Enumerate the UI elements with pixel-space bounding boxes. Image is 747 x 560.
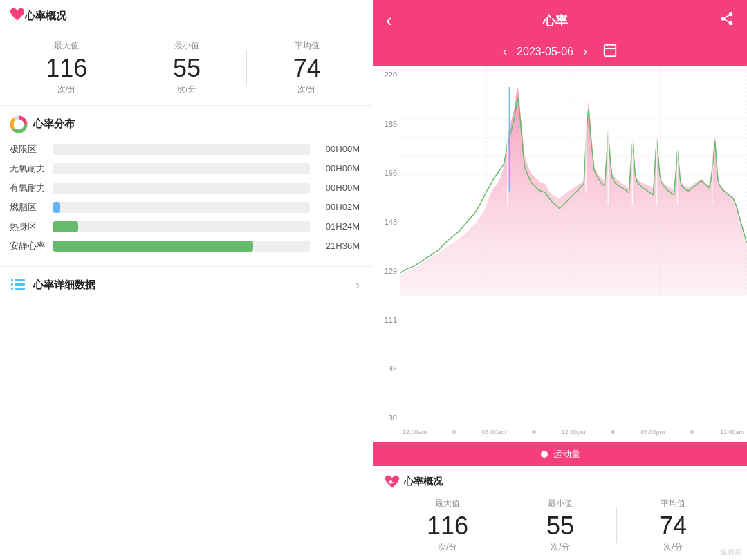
min-stat: 最小值 55 次/分 bbox=[127, 40, 247, 95]
next-date-button[interactable]: › bbox=[583, 44, 587, 59]
svg-line-15 bbox=[725, 15, 729, 18]
overview-title: 心率概况 bbox=[25, 10, 66, 23]
watermark: 值得买 bbox=[721, 548, 741, 557]
list-icon bbox=[10, 277, 28, 295]
y-166: 166 bbox=[374, 169, 400, 177]
bottom-min-unit: 次/分 bbox=[551, 541, 569, 553]
svg-rect-8 bbox=[15, 283, 25, 286]
dist-label: 安静心率 bbox=[10, 240, 53, 252]
x-dot-1 bbox=[452, 430, 456, 434]
avg-value: 74 bbox=[293, 55, 321, 82]
hr-detail-row[interactable]: 心率详细数据 › bbox=[0, 267, 374, 304]
y-185: 185 bbox=[374, 120, 400, 128]
legend-row: 运动量 bbox=[374, 442, 747, 466]
dist-bar-bg bbox=[53, 183, 310, 194]
x-dot-3 bbox=[611, 430, 615, 434]
prev-date-button[interactable]: ‹ bbox=[503, 44, 507, 59]
dist-row: 有氧耐力00H00M bbox=[10, 182, 360, 194]
bottom-avg-value: 74 bbox=[659, 512, 687, 540]
svg-rect-7 bbox=[11, 283, 13, 286]
max-stat: 最大值 116 次/分 bbox=[7, 40, 127, 95]
dist-bar-bg bbox=[53, 241, 310, 252]
bottom-max-value: 116 bbox=[427, 512, 468, 540]
x-axis: 12:00am 06:00am 12:00pm 06:00pm 12:00am bbox=[400, 422, 747, 442]
bottom-hr-header: 心率概况 bbox=[385, 474, 736, 489]
y-129: 129 bbox=[374, 267, 400, 275]
dist-label: 极限区 bbox=[10, 143, 53, 156]
x-6am: 06:00am bbox=[482, 429, 506, 436]
dist-time: 00H00M bbox=[318, 163, 360, 174]
bottom-min-stat: 最小值 55 次/分 bbox=[504, 498, 616, 553]
bottom-max-label: 最大值 bbox=[435, 498, 460, 510]
hr-overview-top: 心率概况 最大值 116 次/分 最小值 55 次/分 平均值 74 次/分 bbox=[0, 0, 374, 106]
dist-label: 有氧耐力 bbox=[10, 182, 53, 194]
y-30: 30 bbox=[374, 413, 400, 422]
bottom-avg-unit: 次/分 bbox=[663, 541, 682, 553]
nav-title: 心率 bbox=[392, 12, 719, 29]
svg-rect-5 bbox=[11, 279, 13, 281]
max-unit: 次/分 bbox=[57, 84, 76, 95]
x-12am-1: 12:00am bbox=[403, 429, 427, 436]
min-value: 55 bbox=[173, 55, 201, 82]
distribution-icon bbox=[10, 115, 28, 133]
dist-row: 热身区01H24M bbox=[10, 221, 360, 233]
svg-rect-16 bbox=[605, 45, 616, 57]
heart-icon bbox=[10, 7, 25, 25]
bottom-stats-row: 最大值 116 次/分 最小值 55 次/分 平均值 74 次/分 bbox=[385, 495, 736, 553]
svg-rect-9 bbox=[11, 288, 13, 290]
dist-time: 00H02M bbox=[318, 202, 360, 212]
hr-distribution: 心率分布 极限区00H00M无氧耐力00H00M有氧耐力00H00M燃脂区00H… bbox=[0, 106, 374, 267]
x-12am-2: 12:00am bbox=[720, 429, 744, 436]
dist-bar-bg bbox=[53, 163, 310, 174]
svg-point-4 bbox=[14, 120, 24, 129]
right-panel: ‹ 心率 ‹ 2023-05-06 › bbox=[374, 0, 747, 560]
date-display: 2023-05-06 bbox=[517, 46, 573, 58]
max-value: 116 bbox=[46, 55, 87, 82]
min-label: 最小值 bbox=[174, 40, 199, 52]
bottom-max-stat: 最大值 116 次/分 bbox=[391, 498, 504, 553]
bottom-min-value: 55 bbox=[546, 512, 574, 540]
back-icon[interactable]: ‹ bbox=[386, 10, 392, 31]
dist-bar-fill bbox=[53, 241, 253, 252]
bottom-avg-stat: 平均值 74 次/分 bbox=[617, 498, 729, 553]
min-unit: 次/分 bbox=[177, 84, 196, 95]
bottom-max-unit: 次/分 bbox=[438, 541, 456, 553]
y-220: 220 bbox=[374, 71, 400, 79]
y-148: 148 bbox=[374, 218, 400, 226]
dist-row: 安静心率21H36M bbox=[10, 240, 360, 252]
distribution-rows: 极限区00H00M无氧耐力00H00M有氧耐力00H00M燃脂区00H02M热身… bbox=[10, 143, 360, 252]
bottom-hr-overview: 心率概况 最大值 116 次/分 最小值 55 次/分 平均值 74 次/分 bbox=[374, 466, 747, 560]
svg-point-13 bbox=[729, 21, 733, 25]
heart-rate-svg bbox=[400, 66, 747, 302]
legend-dot bbox=[541, 451, 548, 458]
bottom-hr-title: 心率概况 bbox=[404, 476, 443, 488]
x-dot-4 bbox=[690, 430, 694, 434]
hr-detail-title: 心率详细数据 bbox=[33, 279, 95, 292]
dist-time: 00H00M bbox=[318, 144, 360, 154]
y-92: 92 bbox=[374, 364, 400, 373]
avg-unit: 次/分 bbox=[297, 84, 316, 95]
date-row: ‹ 2023-05-06 › bbox=[374, 38, 747, 66]
dist-label: 无氧耐力 bbox=[10, 162, 53, 175]
x-12pm: 12:00pm bbox=[561, 429, 585, 436]
left-panel: 心率概况 最大值 116 次/分 最小值 55 次/分 平均值 74 次/分 bbox=[0, 0, 374, 560]
hr-detail-left: 心率详细数据 bbox=[10, 277, 95, 295]
dist-bar-fill bbox=[53, 202, 60, 213]
dist-time: 01H24M bbox=[318, 221, 360, 232]
svg-point-12 bbox=[721, 17, 726, 21]
dist-row: 极限区00H00M bbox=[10, 143, 360, 156]
share-icon[interactable] bbox=[719, 11, 735, 30]
max-label: 最大值 bbox=[54, 40, 79, 52]
calendar-icon[interactable] bbox=[602, 42, 618, 61]
dist-bar-bg bbox=[53, 144, 310, 155]
dist-bar-bg bbox=[53, 221, 310, 232]
x-dot-2 bbox=[532, 430, 536, 434]
svg-rect-6 bbox=[15, 279, 25, 281]
svg-line-14 bbox=[725, 19, 729, 22]
svg-point-11 bbox=[729, 12, 733, 17]
dist-bar-bg bbox=[53, 202, 310, 213]
top-nav: ‹ 心率 bbox=[374, 0, 747, 38]
avg-label: 平均值 bbox=[295, 40, 320, 52]
legend-label: 运动量 bbox=[553, 448, 580, 460]
y-111: 111 bbox=[374, 316, 400, 324]
